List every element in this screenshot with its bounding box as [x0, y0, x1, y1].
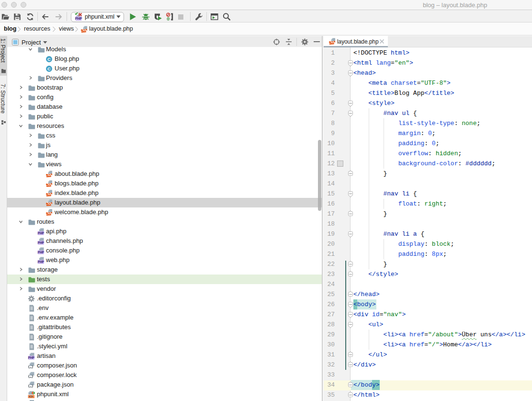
svg-text:PHP: PHP: [75, 16, 82, 21]
